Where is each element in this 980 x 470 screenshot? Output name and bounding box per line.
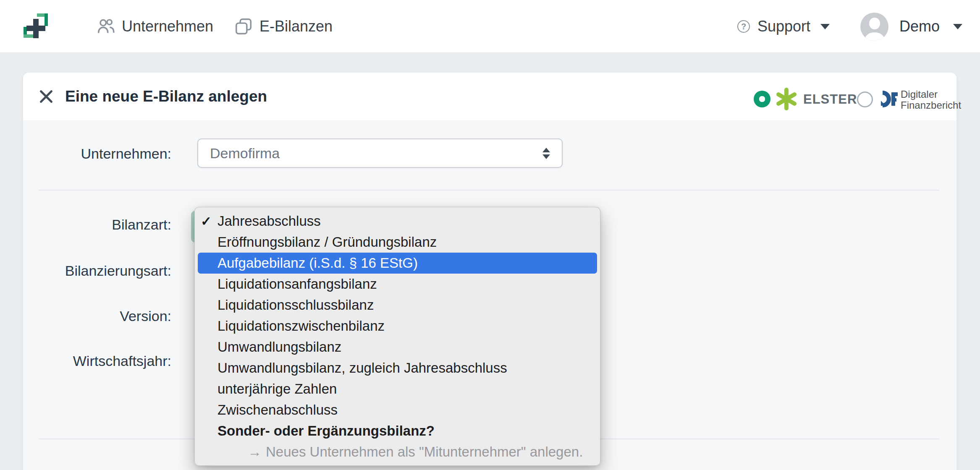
menu-item-unterjaehrige-zahlen[interactable]: unterjährige Zahlen xyxy=(198,379,597,400)
section-divider xyxy=(39,190,939,191)
support-menu[interactable]: ? Support xyxy=(737,0,830,53)
menu-item-label: Eröffnungsbilanz / Gründungsbilanz xyxy=(217,234,437,250)
arrow-right-icon: → xyxy=(248,444,262,460)
elster-radio[interactable] xyxy=(754,91,770,107)
menu-item-jahresabschluss[interactable]: ✓ Jahresabschluss xyxy=(198,211,597,232)
dfb-label-line2: Finanzbericht xyxy=(901,100,961,111)
user-name: Demo xyxy=(899,18,940,35)
menu-item-umwandlungsbilanz[interactable]: Umwandlungsbilanz xyxy=(198,337,597,358)
version-field-label: Version: xyxy=(23,308,171,328)
support-label: Support xyxy=(757,18,810,35)
users-icon xyxy=(97,17,115,36)
user-menu[interactable]: Demo xyxy=(860,0,962,53)
bilanzierungsart-field-label: Bilanzierungsart: xyxy=(23,263,171,283)
chevron-down-icon xyxy=(820,24,830,29)
menu-item-label: Liquidationsschlussbilanz xyxy=(217,297,374,313)
menu-item-label: unterjährige Zahlen xyxy=(217,381,337,397)
top-header: Unternehmen E-Bilanzen ? Support Demo xyxy=(0,0,980,53)
app-logo-icon[interactable] xyxy=(21,10,50,39)
menu-item-label: Aufgabebilanz (i.S.d. § 16 EStG) xyxy=(217,255,418,271)
bilanzart-dropdown-menu: ✓ Jahresabschluss Eröffnungsbilanz / Grü… xyxy=(194,207,600,466)
menu-item-label: Liquidationszwischenbilanz xyxy=(217,318,385,334)
menu-item-aufgabebilanz[interactable]: Aufgabebilanz (i.S.d. § 16 EStG) xyxy=(198,253,597,274)
unternehmen-field-label: Unternehmen: xyxy=(23,146,171,166)
menu-item-label: Zwischenabschluss xyxy=(217,402,338,418)
elster-label: ELSTER xyxy=(803,92,857,107)
unternehmen-select-value: Demofirma xyxy=(210,145,542,162)
unternehmen-select[interactable]: Demofirma xyxy=(197,138,563,168)
avatar-shoulders xyxy=(865,32,884,41)
close-icon[interactable] xyxy=(39,89,53,104)
arrow-down-icon xyxy=(542,154,550,159)
elster-logo-icon xyxy=(774,87,799,111)
chevron-down-icon xyxy=(953,24,962,29)
menu-item-label: Sonder- oder Ergänzungsbilanz? xyxy=(217,423,435,439)
dfb-label-line1: Digitaler xyxy=(901,89,961,100)
modal-title: Eine neue E-Bilanz anlegen xyxy=(65,88,267,105)
menu-item-label: Umwandlungsbilanz, zugleich Jahresabschl… xyxy=(217,360,507,376)
menu-item-label: Neues Unternehmen als "Mitunternehmer" a… xyxy=(266,444,583,460)
digitaler-finanzbericht-logo-icon xyxy=(879,89,898,109)
wirtschaftsjahr-field-label: Wirtschaftsjahr: xyxy=(23,353,171,373)
menu-item-umwandlungsbilanz-jahresabschluss[interactable]: Umwandlungsbilanz, zugleich Jahresabschl… xyxy=(198,358,597,379)
menu-item-liquidationsanfangsbilanz[interactable]: Liquidationsanfangsbilanz xyxy=(198,274,597,295)
menu-item-eroeffnungsbilanz[interactable]: Eröffnungsbilanz / Gründungsbilanz xyxy=(198,232,597,253)
menu-item-liquidationsschlussbilanz[interactable]: Liquidationsschlussbilanz xyxy=(198,295,597,316)
menu-item-neues-unternehmen-mitunternehmer[interactable]: → Neues Unternehmen als "Mitunternehmer"… xyxy=(198,441,597,462)
avatar-head xyxy=(869,18,880,29)
help-icon: ? xyxy=(737,20,750,33)
avatar xyxy=(860,13,888,41)
bilanzart-field-label: Bilanzart: xyxy=(23,217,171,237)
nav-unternehmen[interactable]: Unternehmen xyxy=(97,0,213,53)
select-arrows-icon xyxy=(542,148,550,159)
menu-item-sonder-ergaenzungsbilanz[interactable]: Sonder- oder Ergänzungsbilanz? xyxy=(198,420,597,441)
menu-item-zwischenabschluss[interactable]: Zwischenabschluss xyxy=(198,400,597,420)
modal-header: Eine neue E-Bilanz anlegen ELSTER Digita… xyxy=(23,73,956,120)
arrow-up-icon xyxy=(542,148,550,152)
checkmark-icon: ✓ xyxy=(201,211,212,232)
digitaler-finanzbericht-label: Digitaler Finanzbericht xyxy=(901,89,961,111)
nav-ebilanzen-label: E-Bilanzen xyxy=(259,18,333,35)
menu-item-liquidationszwischenbilanz[interactable]: Liquidationszwischenbilanz xyxy=(198,316,597,337)
nav-unternehmen-label: Unternehmen xyxy=(122,18,213,35)
nav-ebilanzen[interactable]: E-Bilanzen xyxy=(234,0,333,53)
menu-item-label: Umwandlungsbilanz xyxy=(217,339,341,355)
documents-icon xyxy=(234,17,253,36)
digitaler-finanzbericht-radio[interactable] xyxy=(857,91,873,107)
menu-item-label: Liquidationsanfangsbilanz xyxy=(217,276,377,292)
menu-item-label: Jahresabschluss xyxy=(217,213,321,229)
